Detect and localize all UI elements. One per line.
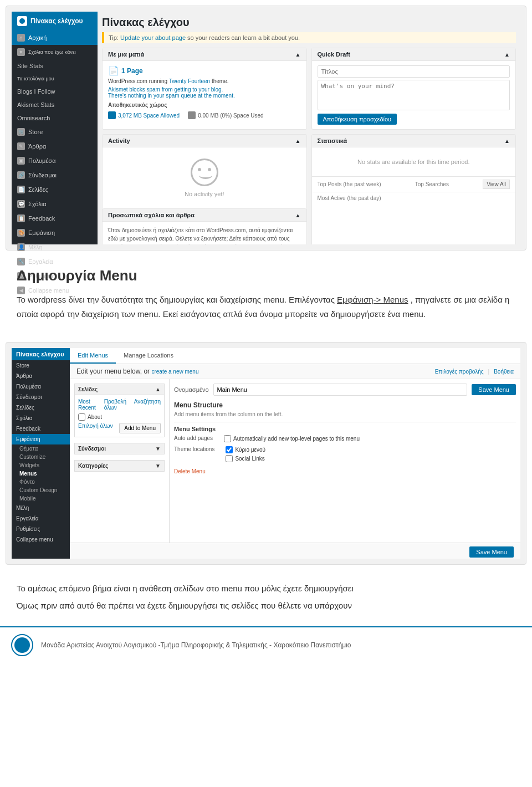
stats-footer: Top Posts (the past week) Top Searches V… <box>312 176 516 192</box>
pages-section-body: Most Recent Προβολή όλων Αναζήτηση About… <box>74 395 165 437</box>
quick-draft-collapse-icon[interactable]: ▲ <box>504 52 510 58</box>
store-icon: 🛒 <box>17 128 25 136</box>
auto-add-check-row: Automatically add new top-level pages to… <box>224 435 360 442</box>
menus-content-area: Σελίδες ▲ Most Recent Προβολή όλων Αναζή… <box>70 379 520 543</box>
menu-name-input[interactable] <box>213 384 468 396</box>
pages-section-header[interactable]: Σελίδες ▲ <box>74 384 165 395</box>
menu-settings-box: Menu Settings Auto add pages Automatical… <box>174 422 516 464</box>
dash-icon: ⌂ <box>17 34 25 42</box>
glance-widget: Με μια ματιά ▲ 📄 1 Page WordPress.com ru… <box>102 48 307 130</box>
draft-title-input[interactable] <box>318 65 510 78</box>
spam-queue-link[interactable]: spam queue <box>166 93 196 99</box>
sidebar2-menus[interactable]: Menus <box>12 469 70 478</box>
tab-edit-menus[interactable]: Edit Menus <box>70 348 116 364</box>
sidebar2-articles[interactable]: Άρθρα <box>12 371 70 381</box>
sidebar2-themes[interactable]: Θέματα <box>12 444 70 453</box>
sidebar-item-akismet[interactable]: Akismet Stats <box>12 98 98 111</box>
emfanisi-menus-link[interactable]: Εμφάνιση-> Menus <box>337 295 408 304</box>
tip-link[interactable]: Update your about page <box>120 34 186 41</box>
help-link[interactable]: Βοήθεια <box>494 369 514 375</box>
quick-draft-header: Quick Draft ▲ <box>312 48 516 61</box>
tab-manage-locations[interactable]: Manage Locations <box>116 348 181 364</box>
sidebar-item-appearance[interactable]: 🎨 Εμφάνιση <box>12 226 98 240</box>
stats-collapse-icon[interactable]: ▲ <box>504 138 510 144</box>
sidebar-item-links[interactable]: 🔗 Σύνδεσμοι <box>12 168 98 182</box>
delete-menu-link[interactable]: Delete Menu <box>174 468 516 474</box>
choose-all-label: Επιλογή όλων <box>78 423 113 429</box>
sidebar-item-myblogs[interactable]: Τα ιστολόγια μου <box>12 73 98 85</box>
sidebar2-links[interactable]: Σύνδεσμοι <box>12 392 70 402</box>
sidebar-item-omnisearch[interactable]: Omnisearch <box>12 111 98 125</box>
links-section: Σύνδεσμοι ▼ <box>74 443 165 454</box>
menus-top-hint: Edit your menu below, or create a new me… <box>76 367 198 375</box>
sidebar-item-media[interactable]: ▣ Πολυμέσα <box>12 154 98 168</box>
sidebar2-custom-design[interactable]: Custom Design <box>12 486 70 494</box>
sidebar-item-feedback[interactable]: 📋 Feedback <box>12 211 98 226</box>
wp-logo-icon <box>17 16 27 26</box>
glance-collapse-icon[interactable]: ▲ <box>295 52 301 58</box>
personal-posts-collapse-icon[interactable]: ▲ <box>295 212 301 218</box>
pages-chevron-icon: ▲ <box>155 386 161 392</box>
social-links-checkbox[interactable] <box>226 455 233 462</box>
sidebar-item-archiki[interactable]: ⌂ Αρχική <box>12 30 98 45</box>
sidebar2-customize[interactable]: Customize <box>12 453 70 461</box>
comments2-icon: 💬 <box>17 200 25 208</box>
add-to-menu-row: Επιλογή όλων Add to Menu <box>78 423 161 433</box>
sidebar-item-pages[interactable]: 📄 Σελίδες <box>12 182 98 197</box>
save-draft-button[interactable]: Αποθήκευση προσχεδίου <box>318 114 397 125</box>
links-section-header[interactable]: Σύνδεσμοι ▼ <box>74 443 165 454</box>
sidebar2-settings[interactable]: Ρυθμίσεις <box>12 524 70 534</box>
sidebar-item-store[interactable]: 🛒 Store <box>12 125 98 139</box>
feedback-icon: 📋 <box>17 214 25 222</box>
draft-content-textarea[interactable] <box>318 80 510 110</box>
theme-link[interactable]: Twenty Fourteen <box>169 78 210 84</box>
sidebar2-tools[interactable]: Εργαλεία <box>12 513 70 524</box>
sidebar2-store[interactable]: Store <box>12 360 70 371</box>
sidebar-item-sitestats[interactable]: Site Stats <box>12 59 98 73</box>
view-all-pages-link[interactable]: Προβολή όλων <box>104 398 131 411</box>
footer-logo <box>11 634 33 656</box>
sidebar-item-articles[interactable]: ✎ Άρθρα <box>12 139 98 154</box>
about-checkbox[interactable] <box>78 413 85 421</box>
sidebar2-fonts[interactable]: Φόντο <box>12 478 70 486</box>
menus-top-actions: Επιλογές προβολής | Βοήθεια <box>435 369 514 375</box>
sidebar2-pages[interactable]: Σελίδες <box>12 402 70 413</box>
wp-sidebar-2: Πίνακας ελέγχου Store Άρθρα Πολυμέσα Σύν… <box>12 348 70 559</box>
categories-section-header[interactable]: Κατηγορίες ▼ <box>74 460 165 472</box>
save-menu-bottom-button[interactable]: Save Menu <box>469 546 514 558</box>
activity-collapse-icon[interactable]: ▲ <box>295 138 301 144</box>
main-menu-checkbox[interactable] <box>226 446 233 453</box>
links-chevron-icon: ▼ <box>155 446 161 452</box>
sidebar2-media[interactable]: Πολυμέσα <box>12 381 70 392</box>
theme-locations-label: Theme locations <box>174 446 214 464</box>
bottom-widgets-row: Activity ▲ No activity yet! Προσωπικά σχ… <box>102 134 516 244</box>
social-links-check-row: Social Links <box>226 455 265 462</box>
sidebar2-members[interactable]: Μέλη <box>12 503 70 513</box>
sidebar2-mobile[interactable]: Mobile <box>12 494 70 503</box>
auto-add-checkbox[interactable] <box>224 435 231 442</box>
view-options-link[interactable]: Επιλογές προβολής <box>435 369 484 375</box>
sidebar2-feedback[interactable]: Feedback <box>12 423 70 434</box>
create-menu-link[interactable]: create a new menu <box>151 369 198 375</box>
menu-settings-row: Auto add pages Automatically add new top… <box>174 435 516 444</box>
sidebar2-appearance[interactable]: Εμφάνιση <box>12 434 70 444</box>
stats-view-all-link[interactable]: View All <box>483 180 510 189</box>
sidebar2-collapse[interactable]: Collapse menu <box>12 534 70 545</box>
add-to-menu-button[interactable]: Add to Menu <box>119 423 161 433</box>
sidebar-item-members[interactable]: 👤 Μέλη <box>12 240 98 254</box>
menu-name-row: Ονομασμένο Save Menu <box>174 384 516 396</box>
sidebar-item-comments[interactable]: 💬 Σχόλια <box>12 197 98 211</box>
section-1-title: Δημιουργία Menu <box>17 267 515 284</box>
sidebar-item-comments-made[interactable]: ✦ Σχόλια που έχω κάνει <box>12 45 98 59</box>
articles-icon: ✎ <box>17 142 25 150</box>
sidebar2-widgets[interactable]: Widgets <box>12 461 70 469</box>
most-recent-link[interactable]: Most Recent <box>78 398 101 411</box>
sidebar2-comments[interactable]: Σχόλια <box>12 413 70 423</box>
search-pages-link[interactable]: Αναζήτηση <box>134 398 161 411</box>
screenshot-2: Πίνακας ελέγχου Store Άρθρα Πολυμέσα Σύν… <box>6 342 526 565</box>
personal-posts-widget: Προσωπικά σχόλια και άρθρα ▲ Όταν δημοσι… <box>103 208 306 244</box>
sidebar-item-blogs-follow[interactable]: Blogs I Follow <box>12 85 98 98</box>
main-menu-check-row: Κύριο μενού <box>226 446 265 453</box>
page-count-link[interactable]: 1 Page <box>121 67 143 75</box>
save-menu-top-button[interactable]: Save Menu <box>472 384 516 395</box>
